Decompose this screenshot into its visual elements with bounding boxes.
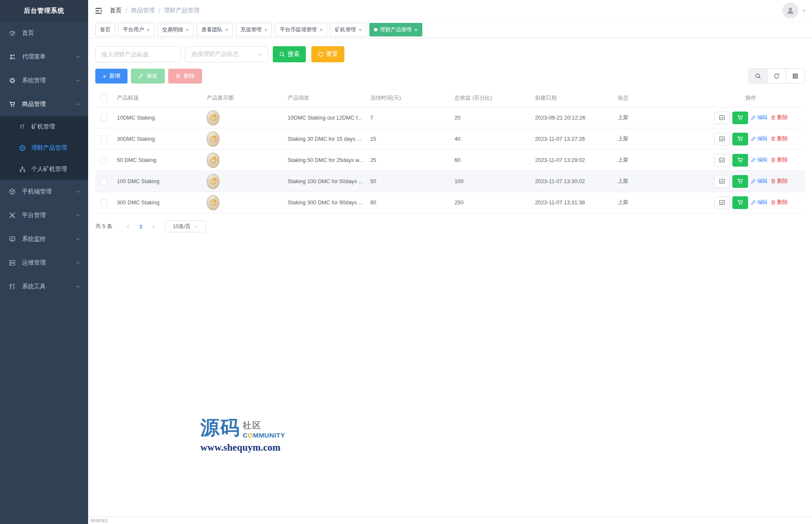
view-image-button[interactable] (714, 196, 730, 209)
sidebar-item-agent-menu[interactable]: 代理菜单 (0, 45, 88, 69)
edit-link[interactable]: 编辑 (751, 135, 768, 142)
add-button[interactable]: + 新增 (95, 69, 127, 84)
cube-icon (9, 188, 16, 195)
product-image[interactable] (207, 131, 219, 147)
close-icon[interactable]: × (319, 27, 323, 33)
view-image-button[interactable] (714, 133, 730, 145)
sidebar-item-ops-management[interactable]: 运维管理 (0, 251, 88, 275)
sidebar-item-system-management[interactable]: 系统管理 (0, 69, 88, 92)
prev-page-button[interactable]: ‹ (122, 223, 134, 230)
edit-link[interactable]: 编辑 (751, 199, 768, 206)
chevron-down-icon (75, 54, 80, 59)
cell-total-return: 40 (454, 136, 535, 142)
row-checkbox[interactable] (100, 178, 107, 185)
cart-button[interactable] (732, 175, 748, 188)
row-checkbox[interactable] (100, 199, 107, 206)
cart-button[interactable] (732, 133, 748, 145)
server-icon (9, 259, 16, 266)
tab-finance-product-management[interactable]: 理财产品管理× (369, 23, 422, 36)
cell-title: 10DMC Staking (117, 114, 207, 121)
tab-platform-user[interactable]: 平台用户× (118, 23, 155, 36)
watermark-cn-small: 社区 (243, 420, 285, 431)
caret-down-icon[interactable] (801, 8, 806, 13)
product-image[interactable] (207, 174, 219, 189)
close-icon[interactable]: × (264, 27, 268, 33)
view-image-button[interactable] (714, 154, 730, 167)
sidebar-item-system-tools[interactable]: 系统工具 (0, 275, 88, 298)
row-checkbox[interactable] (100, 157, 107, 164)
close-icon[interactable]: × (358, 27, 362, 33)
chevron-down-icon (258, 52, 263, 57)
next-page-button[interactable]: › (147, 223, 160, 230)
row-checkbox[interactable] (100, 136, 107, 142)
cart-button[interactable] (732, 111, 748, 124)
tab-platform-coin-withdraw[interactable]: 平台币提现管理× (275, 23, 327, 36)
tab-home[interactable]: 首页 (95, 23, 115, 36)
modify-button[interactable]: 修改 (131, 69, 165, 84)
search-button[interactable]: 搜索 (273, 46, 306, 62)
tab-transaction-detail[interactable]: 交易明细× (158, 23, 194, 36)
tab-view-team[interactable]: 查看团队× (197, 23, 233, 36)
breadcrumb-product-management[interactable]: 商品管理 (131, 7, 155, 14)
sidebar-item-mobile-management[interactable]: 手机端管理 (0, 180, 88, 203)
delete-link[interactable]: 删除 (770, 114, 788, 121)
chevron-down-icon (194, 224, 198, 229)
watermark-url: www.shequym.com (200, 442, 285, 453)
close-icon[interactable]: × (186, 27, 189, 33)
columns-button[interactable] (786, 69, 804, 83)
sidebar-item-platform-management[interactable]: 平台管理 (0, 203, 88, 227)
row-checkbox[interactable] (100, 114, 107, 121)
product-status-select[interactable]: 选择理财产品状态 (185, 46, 269, 62)
product-image[interactable] (207, 195, 219, 210)
plus-icon: + (103, 73, 106, 79)
sidebar-subitem-finance-product-management[interactable]: 理财产品管理 (0, 137, 88, 159)
coin-logo (210, 114, 216, 121)
edit-link[interactable]: 编辑 (751, 114, 768, 121)
cell-desc: Staking 30 DMC for 15 days ... (288, 136, 370, 142)
refresh-button[interactable] (767, 69, 786, 83)
coin-logo (210, 178, 216, 184)
delete-button[interactable]: 删除 (168, 69, 202, 84)
search-icon (279, 51, 285, 57)
close-icon[interactable]: × (147, 27, 150, 33)
breadcrumb-home[interactable]: 首页 (110, 7, 122, 14)
view-image-button[interactable] (714, 175, 730, 188)
table-row: 30DMC Staking Staking 30 DMC for 15 days… (95, 128, 805, 150)
sidebar-item-home[interactable]: 首页 (0, 21, 88, 45)
sidebar-item-product-management[interactable]: 商品管理 (0, 92, 88, 116)
cell-total-return: 250 (454, 199, 535, 206)
delete-link[interactable]: 删除 (770, 156, 788, 164)
page-size-select[interactable]: 10条/页 (165, 220, 206, 232)
coin-logo (210, 157, 216, 163)
select-all-checkbox[interactable] (100, 95, 107, 101)
cart-button[interactable] (732, 196, 748, 209)
col-image: 产品展示图 (207, 95, 288, 102)
reset-button[interactable]: 重置 (311, 46, 344, 62)
close-icon[interactable]: × (414, 27, 418, 33)
edit-link[interactable]: 编辑 (751, 156, 768, 164)
cart-button[interactable] (732, 154, 748, 167)
sidebar-subitem-personal-miner-management[interactable]: 个人矿机管理 (0, 159, 88, 180)
search-toggle-button[interactable] (749, 69, 767, 83)
hamburger-icon[interactable] (94, 7, 103, 15)
sidebar-item-system-monitor[interactable]: 系统监控 (0, 227, 88, 251)
avatar[interactable] (782, 3, 798, 19)
sidebar-subitem-miner-management[interactable]: tT 矿机管理 (0, 116, 88, 137)
delete-link[interactable]: 删除 (770, 135, 788, 142)
page-number[interactable]: 1 (134, 223, 147, 230)
view-image-button[interactable] (714, 111, 730, 124)
trash-icon (770, 136, 776, 142)
sidebar-item-label: 首页 (22, 29, 80, 37)
product-image[interactable] (207, 110, 219, 125)
tab-recharge-management[interactable]: 充值管理× (236, 23, 272, 36)
chevron-down-icon (75, 237, 80, 242)
tab-miner-management[interactable]: 矿机管理× (330, 23, 366, 36)
close-icon[interactable]: × (225, 27, 228, 33)
product-title-input[interactable] (95, 46, 181, 62)
delete-link[interactable]: 删除 (770, 199, 788, 206)
delete-link[interactable]: 删除 (770, 178, 788, 185)
cell-title: 300 DMC Staking (117, 199, 207, 206)
product-image[interactable] (207, 153, 219, 168)
cell-created: 2023-11-07 13:29:02 (535, 157, 618, 163)
edit-link[interactable]: 编辑 (751, 178, 768, 185)
